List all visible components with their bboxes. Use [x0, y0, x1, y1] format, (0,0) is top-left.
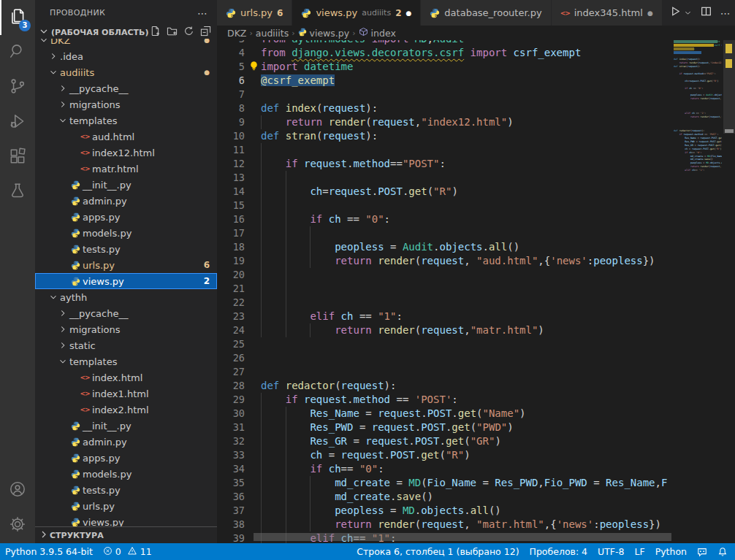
- code-line-31[interactable]: 31 Res_PWD = request.POST.get("PWD"): [217, 421, 674, 434]
- line-number[interactable]: 10: [217, 129, 245, 143]
- new-file-icon[interactable]: [150, 26, 161, 39]
- line-number[interactable]: 24: [217, 323, 245, 337]
- tree-item-models.py[interactable]: models.py: [35, 225, 217, 241]
- code-line-28[interactable]: 28def redactor(request):: [217, 379, 674, 393]
- refresh-icon[interactable]: [183, 26, 194, 39]
- line-number[interactable]: 34: [217, 462, 245, 476]
- code-line-21[interactable]: 21: [217, 282, 674, 296]
- tab-dirty-dot[interactable]: ●: [647, 9, 653, 17]
- code-line-10[interactable]: 10def stran(request):: [217, 129, 674, 143]
- code-line-24[interactable]: 24 return render(request,"matr.html"): [217, 323, 674, 337]
- code-line-9[interactable]: 9 return render(request,"index12.html"): [217, 115, 674, 129]
- settings-button[interactable]: [0, 508, 35, 543]
- editor-more-actions-icon[interactable]: ⋯: [720, 7, 731, 19]
- code-line-18[interactable]: 18 peopless = Audit.objects.all(): [217, 240, 674, 254]
- run-file-icon[interactable]: [670, 6, 681, 20]
- line-number[interactable]: 39: [217, 532, 245, 543]
- code-line-16[interactable]: 16 if ch == "0":: [217, 212, 674, 226]
- line-number[interactable]: 7: [217, 88, 245, 101]
- python-interpreter-status[interactable]: Python 3.9.5 64-bit: [0, 543, 98, 560]
- code-line-26[interactable]: 26: [217, 351, 674, 365]
- line-number[interactable]: 5: [217, 60, 245, 74]
- code-line-23[interactable]: 23 elif ch == "1":: [217, 310, 674, 323]
- line-number[interactable]: 36: [217, 490, 245, 504]
- breadcrumb-item-dkz[interactable]: DKZ: [227, 28, 246, 39]
- tree-item-templates[interactable]: templates: [35, 353, 217, 369]
- code-line-7[interactable]: 7: [217, 88, 674, 101]
- tree-item-__pycache__[interactable]: __pycache__: [35, 305, 217, 321]
- activity-search-button[interactable]: [0, 35, 35, 70]
- line-number[interactable]: 23: [217, 310, 245, 323]
- line-number[interactable]: 32: [217, 434, 245, 448]
- tree-item-admin.py[interactable]: admin.py: [35, 434, 217, 450]
- breadcrumb-item-views-py[interactable]: views.py: [298, 28, 350, 39]
- line-number[interactable]: 35: [217, 476, 245, 490]
- tree-item-index1.html[interactable]: <>index1.html: [35, 386, 217, 402]
- tree-item-static[interactable]: static: [35, 337, 217, 353]
- tree-item-tests.py[interactable]: tests.py: [35, 482, 217, 498]
- new-folder-icon[interactable]: [167, 26, 178, 39]
- code-line-29[interactable]: 29 if request.method == 'POST':: [217, 393, 674, 407]
- tree-item-DKZ[interactable]: DKZ●: [35, 39, 217, 48]
- code-editor[interactable]: 3from aythh.models import MD,Audit4from …: [217, 40, 735, 543]
- feedback-icon[interactable]: [692, 543, 712, 560]
- line-number[interactable]: 15: [217, 199, 245, 212]
- breadcrumb-item-audiiits[interactable]: audiiits: [256, 28, 289, 39]
- language-mode-status[interactable]: Python: [650, 543, 692, 560]
- tab-database_roouter.py[interactable]: database_roouter.py: [421, 0, 551, 26]
- activity-explorer-button[interactable]: 3: [0, 0, 35, 35]
- tree-item-admin.py[interactable]: admin.py: [35, 193, 217, 209]
- tree-item-aud.html[interactable]: <>aud.html: [35, 129, 217, 145]
- line-number[interactable]: 25: [217, 337, 245, 351]
- account-button[interactable]: [0, 473, 35, 508]
- line-number[interactable]: 22: [217, 296, 245, 310]
- code-line-20[interactable]: 20: [217, 268, 674, 282]
- tree-item-urls.py[interactable]: urls.py: [35, 498, 217, 514]
- line-number[interactable]: 6: [217, 74, 245, 88]
- code-line-3[interactable]: 3from aythh.models import MD,Audit: [217, 40, 674, 46]
- tree-item-views.py[interactable]: views.py2: [35, 273, 217, 289]
- outline-section-header[interactable]: СТРУКТУРА: [35, 526, 217, 543]
- code-line-22[interactable]: 22: [217, 296, 674, 310]
- tree-item-index2.html[interactable]: <>index2.html: [35, 402, 217, 418]
- tree-item-__init__.py[interactable]: __init__.py: [35, 418, 217, 434]
- indentation-status[interactable]: Пробелов: 4: [525, 543, 593, 560]
- code-line-33[interactable]: 33 ch = request.POST.get("R"): [217, 448, 674, 462]
- tab-index345.html[interactable]: <>index345.html●: [552, 0, 663, 26]
- code-line-19[interactable]: 19 return render(request, "aud.html",{'n…: [217, 254, 674, 268]
- tree-item-matr.html[interactable]: <>matr.html: [35, 161, 217, 177]
- code-line-12[interactable]: 12 if request.method=="POST":: [217, 157, 674, 171]
- breadcrumb-item-index-symbol[interactable]: index: [359, 27, 396, 39]
- tree-item-tests.py[interactable]: tests.py: [35, 241, 217, 257]
- code-line-27[interactable]: 27: [217, 365, 674, 379]
- line-number[interactable]: 20: [217, 268, 245, 282]
- line-number[interactable]: 3: [217, 40, 245, 46]
- tree-item-apps.py[interactable]: apps.py: [35, 209, 217, 225]
- run-dropdown-chevron-icon[interactable]: [684, 6, 692, 20]
- code-line-11[interactable]: 11: [217, 143, 674, 157]
- horizontal-scrollbar-thumb[interactable]: [254, 533, 671, 541]
- eol-status[interactable]: LF: [630, 543, 650, 560]
- minimap[interactable]: from aythh.models import MD,Auditfrom dj…: [674, 40, 722, 543]
- tab-dirty-dot[interactable]: ●: [405, 9, 411, 17]
- line-number[interactable]: 16: [217, 212, 245, 226]
- explorer-more-actions-icon[interactable]: ⋯: [197, 7, 208, 19]
- tree-item-urls.py[interactable]: urls.py6: [35, 257, 217, 273]
- cursor-position-status[interactable]: Строка 6, столбец 1 (выбрано 12): [351, 543, 524, 560]
- line-number[interactable]: 28: [217, 379, 245, 393]
- code-line-38[interactable]: 38 return render(request, "matr.html",{'…: [217, 518, 674, 532]
- line-number[interactable]: 21: [217, 282, 245, 296]
- tree-item-templates[interactable]: templates: [35, 112, 217, 129]
- tree-item-index12.html[interactable]: <>index12.html: [35, 145, 217, 161]
- overview-ruler-scrollbar[interactable]: [723, 40, 735, 543]
- code-line-14[interactable]: 14 ch=request.POST.get("R"): [217, 185, 674, 199]
- notifications-bell-icon[interactable]: [712, 543, 735, 560]
- code-line-30[interactable]: 30 Res_Name = request.POST.get("Name"): [217, 407, 674, 421]
- line-number[interactable]: 29: [217, 393, 245, 407]
- line-number[interactable]: 8: [217, 101, 245, 115]
- line-number[interactable]: 9: [217, 115, 245, 129]
- vertical-scrollbar-thumb[interactable]: [723, 40, 735, 134]
- line-number[interactable]: 19: [217, 254, 245, 268]
- encoding-status[interactable]: UTF-8: [593, 543, 629, 560]
- activity-testing-button[interactable]: [0, 175, 35, 210]
